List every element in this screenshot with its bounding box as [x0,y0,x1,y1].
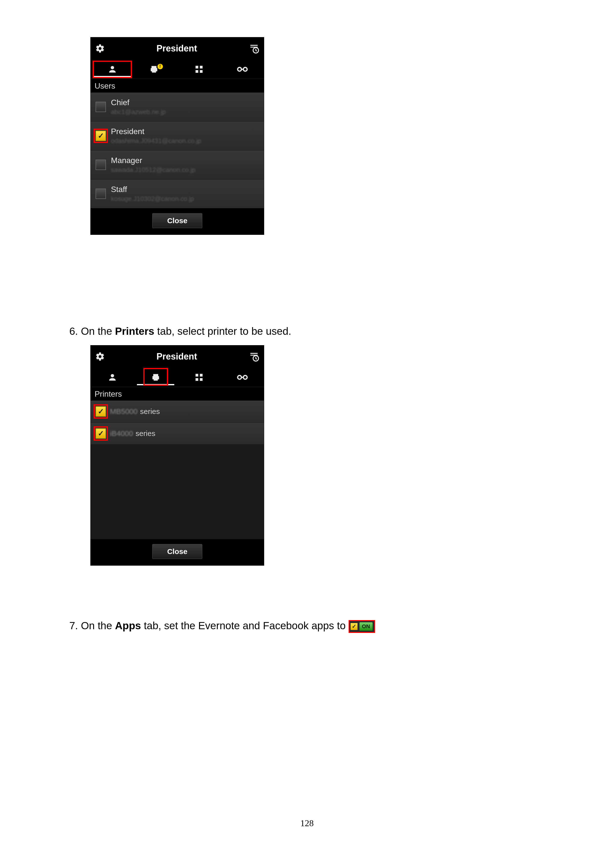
user-name: Manager [111,156,196,165]
printers-panel: President Printers MB5000seriesiB4000ser… [90,345,264,566]
checkbox[interactable] [96,189,106,199]
tab-printers[interactable] [134,368,177,387]
text: tab, set the Evernote and Facebook apps … [141,620,348,631]
svg-rect-15 [200,374,202,377]
svg-point-11 [111,374,114,377]
history-icon[interactable] [249,351,260,362]
gear-icon[interactable] [95,352,105,361]
panel-header: President [91,346,264,368]
text-bold: Apps [115,620,141,631]
step-7-text: 7. On the Apps tab, set the Evernote and… [69,618,375,633]
user-row[interactable]: Chiefabc1@azweb.ne.jp [91,93,264,121]
tab-users[interactable] [91,60,134,79]
user-row[interactable]: Managersawada.J10512@canon.co.jp [91,150,264,180]
checkbox-wrap [96,160,106,170]
checkbox-wrap [96,102,106,112]
close-button[interactable]: Close [152,544,202,559]
svg-point-1 [111,66,114,69]
printer-suffix: series [140,407,160,416]
history-icon[interactable] [249,43,260,54]
step-6-text: 6. On the Printers tab, select printer t… [69,324,291,339]
printer-name: MB5000series [110,407,160,416]
svg-rect-4 [195,65,198,68]
checkbox[interactable] [96,160,106,170]
svg-rect-14 [195,374,198,377]
highlight-box [93,404,108,418]
text-bold: Printers [115,326,154,337]
checkbox[interactable] [96,102,106,112]
panel-title: President [105,351,249,362]
svg-rect-5 [200,65,202,68]
highlight-box [93,129,108,143]
tab-bar [91,368,264,387]
on-toggle-badge: ON [348,620,375,633]
row-text: Chiefabc1@azweb.ne.jp [111,98,166,116]
svg-rect-3 [152,70,156,73]
users-panel: President ! Users Chiefabc1@azweb.ne.jpP… [90,37,264,235]
check-icon [351,623,358,630]
row-text: Managersawada.J10512@canon.co.jp [111,156,196,174]
users-list: Chiefabc1@azweb.ne.jpPresidentodashima.J… [91,93,264,208]
checkbox-wrap [96,428,106,439]
svg-point-19 [243,375,247,379]
tab-underline [137,384,174,385]
user-name: Staff [111,185,194,194]
close-button[interactable]: Close [152,213,202,228]
svg-rect-6 [195,70,198,73]
user-email: kosuge.J10302@canon.co.jp [111,195,194,203]
printer-model: MB5000 [110,407,138,416]
tab-bar: ! [91,60,264,79]
text: 6. On the [69,326,115,337]
svg-rect-16 [195,378,198,381]
alert-badge-icon: ! [157,64,163,69]
checkbox-wrap [96,189,106,199]
tab-apps[interactable] [177,368,221,387]
checkbox-wrap [96,406,106,417]
printer-suffix: series [135,429,155,438]
section-label: Users [91,79,264,93]
panel-footer: Close [91,208,264,234]
tab-users[interactable] [91,368,134,387]
panel-header: President [91,37,264,60]
user-row[interactable]: Presidentodashima.J09431@canon.co.jp [91,121,264,150]
printer-row[interactable]: MB5000series [91,401,264,423]
on-label: ON [359,622,373,631]
section-label: Printers [91,387,264,401]
svg-rect-13 [154,378,158,381]
tab-apps[interactable] [177,60,221,79]
user-name: President [111,127,201,136]
tab-services[interactable] [221,60,264,79]
user-email: sawada.J10512@canon.co.jp [111,166,196,174]
svg-rect-17 [200,378,202,381]
user-email: odashima.J09431@canon.co.jp [111,137,201,145]
tab-printers[interactable]: ! [134,60,177,79]
gear-icon[interactable] [95,43,105,53]
text: 7. On the [69,620,115,631]
svg-point-8 [238,67,241,71]
printers-list: MB5000seriesiB4000series [91,401,264,539]
checkbox-wrap [96,131,106,141]
panel-title: President [105,43,249,54]
row-text: Staffkosuge.J10302@canon.co.jp [111,185,194,203]
user-row[interactable]: Staffkosuge.J10302@canon.co.jp [91,180,264,208]
printer-row[interactable]: iB4000series [91,423,264,445]
panel-footer: Close [91,539,264,566]
row-text: Presidentodashima.J09431@canon.co.jp [111,127,201,145]
svg-point-18 [238,375,241,379]
printer-name: iB4000series [110,429,155,438]
user-email: abc1@azweb.ne.jp [111,108,166,116]
page-number: 128 [0,818,614,828]
svg-rect-7 [200,70,202,73]
text: tab, select printer to be used. [154,326,291,337]
tab-underline [93,76,131,77]
printer-model: iB4000 [110,429,133,438]
user-name: Chief [111,98,166,107]
highlight-box [93,426,108,441]
tab-services[interactable] [221,368,264,387]
svg-point-9 [243,67,247,71]
